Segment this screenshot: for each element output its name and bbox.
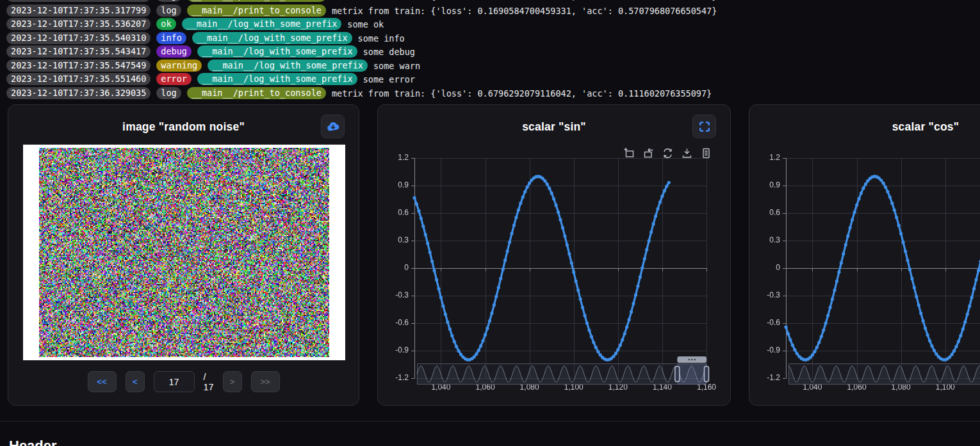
log-row: 2023-12-10T17:37:35.540310 info __main__… [6,32,405,44]
log-message: some ok [347,19,384,29]
image-card: image "random noise" << < / 17 > >> [8,104,359,406]
page-input[interactable] [153,371,194,392]
logger-badge: __main__/log_with_some_prefix [197,73,357,85]
log-message: some info [358,33,405,44]
fullscreen-button[interactable] [692,115,716,138]
noise-image [39,148,329,357]
log-level-badge: log [156,4,181,17]
log-row: 2023-12-10T17:37:35.543417 debug __main_… [6,45,415,58]
sin-chart[interactable] [385,145,724,401]
log-message: some error [363,74,415,84]
log-message: metrix from train: {'loss': 0.1690584700… [332,0,717,1]
cos-chart-title: scalar "cos" [749,120,980,134]
logger-badge: __main__/log_with_some_prefix [208,60,368,72]
log-message: some debug [363,47,415,57]
cos-chart[interactable] [756,145,980,401]
image-frame [23,145,345,360]
logger-badge: __main__/log_with_some_prefix [182,18,342,30]
log-level-badge: info [156,32,186,44]
log-timestamp: 2023-12-10T17:37:35.536207 [6,18,151,30]
section-heading: Header [9,438,57,446]
log-message: metrix from train: {'loss': 0.6796292079… [332,88,712,99]
log-row: 2023-12-10T17:37:35.551460 error __main_… [6,73,415,85]
logger-badge: __main__/print_to_console [187,0,326,2]
logger-badge: __main__/print_to_console [187,4,326,17]
image-card-title: image "random noise" [8,120,359,134]
app-root: 2023-12-10T17:37:35.317799 log __main__/… [0,0,980,446]
log-row: 2023-12-10T17:37:35.536207 ok __main__/l… [6,18,384,30]
log-level-badge: error [156,73,192,85]
log-timestamp: 2023-12-10T17:37:35.551460 [6,73,151,85]
cloud-download-icon [326,120,340,134]
log-timestamp: 2023-12-10T17:37:35.540310 [6,32,151,44]
log-level-badge: log [156,0,181,2]
cos-chart-card: scalar "cos" [749,104,980,406]
log-message: some warn [373,61,420,71]
prev-page-button[interactable]: < [125,371,144,392]
logger-badge: __main__/print_to_console [187,87,326,99]
sin-chart-card: scalar "sin" [377,104,731,406]
logger-badge: __main__/log_with_some_prefix [197,45,357,58]
log-message: metrix from train: {'loss': 0.1690584700… [332,6,717,16]
next-page-button[interactable]: > [223,371,242,392]
log-level-badge: log [156,87,181,99]
log-timestamp: 2023-12-10T17:37:35.543417 [6,45,151,58]
log-timestamp: 2023-12-10T17:37:35.317799 [6,0,151,2]
log-level-badge: ok [156,18,176,30]
section-divider [0,421,980,422]
log-row: 2023-12-10T17:37:35.317799 log __main__/… [6,4,717,17]
log-timestamp: 2023-12-10T17:37:35.317799 [6,4,151,17]
log-level-badge: warning [156,60,202,72]
sin-chart-title: scalar "sin" [378,120,730,134]
log-row-partial: 2023-12-10T17:37:35.317799 log __main__/… [6,0,717,2]
log-timestamp: 2023-12-10T17:37:36.329035 [6,87,151,99]
fullscreen-icon [698,120,711,133]
first-page-button[interactable]: << [87,371,116,392]
pagination: << < / 17 > >> [87,371,279,392]
log-timestamp: 2023-12-10T17:37:35.547549 [6,60,151,72]
logger-badge: __main__/log_with_some_prefix [192,32,352,44]
log-level-badge: debug [156,45,192,58]
log-row: 2023-12-10T17:37:35.547549 warning __mai… [6,60,420,72]
log-row: 2023-12-10T17:37:36.329035 log __main__/… [6,87,712,99]
download-button[interactable] [321,115,345,138]
last-page-button[interactable]: >> [251,371,280,392]
page-total-label: / 17 [203,372,213,392]
